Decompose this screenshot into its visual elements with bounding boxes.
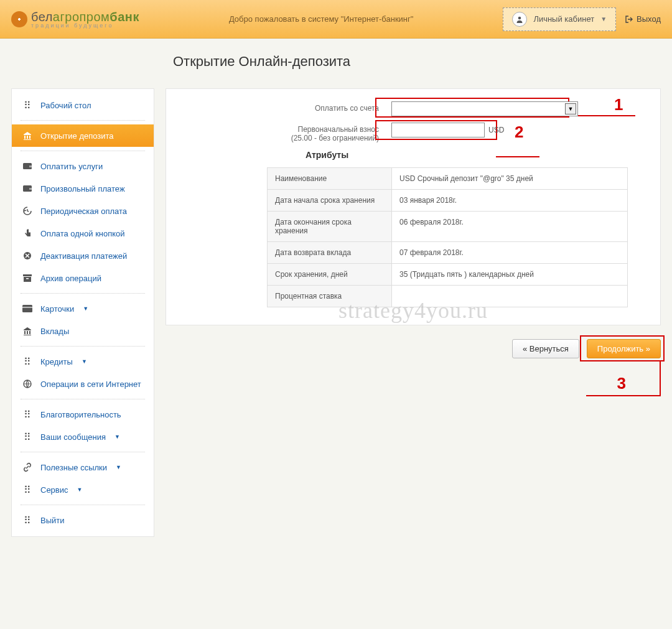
sidebar-item-label: Оплатить услуги xyxy=(40,162,103,171)
sidebar-item-2[interactable]: Оплатить услуги xyxy=(12,155,154,177)
chevron-down-icon: ▼ xyxy=(82,358,87,365)
attr-val: 07 февраля 2018г. xyxy=(392,242,628,264)
sidebar-item-label: Оплата одной кнопкой xyxy=(40,229,125,238)
attr-val: 35 (Тридцать пять ) календарных дней xyxy=(392,264,628,286)
sidebar-item-label: Произвольный платеж xyxy=(40,184,125,193)
attr-key: Наименование xyxy=(268,168,392,190)
sidebar-item-label: Архив операций xyxy=(40,274,101,283)
sidebar-item-5[interactable]: Оплата одной кнопкой xyxy=(12,222,154,245)
sidebar-item-7[interactable]: Архив операций xyxy=(12,267,154,289)
sidebar-item-3[interactable]: Произвольный платеж xyxy=(12,177,154,200)
attr-key: Дата окончания срока хранения xyxy=(268,212,392,242)
back-button[interactable]: « Вернуться xyxy=(512,339,579,358)
grid-icon xyxy=(22,431,33,442)
sidebar-item-1[interactable]: Открытие депозита xyxy=(12,124,154,147)
sidebar-item-15[interactable]: Сервис▼ xyxy=(12,478,154,501)
logo-icon xyxy=(11,11,27,27)
sidebar-item-label: Выйти xyxy=(40,516,65,525)
page-title: Открытие Онлайн-депозита xyxy=(0,39,672,75)
form-panel: 1 2 Оплатить со счета ▼ Первоначальный в… xyxy=(166,88,661,325)
table-row: Дата возврата вклада07 февраля 2018г. xyxy=(268,242,628,264)
sidebar-item-4[interactable]: Периодическая оплата xyxy=(12,200,154,222)
chevron-down-icon: ▼ xyxy=(565,103,576,114)
sidebar-item-label: Открытие депозита xyxy=(40,131,114,141)
callout-1: 1 xyxy=(614,95,623,114)
sidebar-item-label: Периодическая оплата xyxy=(40,207,127,216)
svg-rect-6 xyxy=(23,274,32,276)
sidebar-item-0[interactable]: Рабочий стол xyxy=(12,94,154,116)
sidebar-item-12[interactable]: Благотворительность xyxy=(12,403,154,426)
attr-val: 06 февраля 2018г. xyxy=(392,212,628,242)
table-row: Процентная ставка xyxy=(268,286,628,307)
cancel-icon xyxy=(22,250,33,261)
table-row: Срок хранения, дней35 (Тридцать пять ) к… xyxy=(268,264,628,286)
hand-icon xyxy=(22,228,33,239)
callout-3: 3 xyxy=(617,374,626,393)
sidebar-item-16[interactable]: Выйти xyxy=(12,509,154,531)
grid-icon xyxy=(22,409,33,420)
pay-from-select[interactable]: ▼ xyxy=(391,101,578,116)
svg-rect-9 xyxy=(22,305,32,312)
pay-from-label: Оплатить со счета xyxy=(267,101,391,113)
initial-deposit-label: Первоначальный взнос (25.00 - без ограни… xyxy=(267,123,391,142)
sidebar: Рабочий столОткрытие депозитаОплатить ус… xyxy=(11,88,154,537)
link-icon xyxy=(22,462,33,473)
bank-icon xyxy=(22,130,33,141)
sidebar-item-9[interactable]: Вклады xyxy=(12,320,154,342)
attributes-title: Атрибуты xyxy=(306,150,645,160)
globe-icon xyxy=(22,378,33,389)
chevron-down-icon: ▼ xyxy=(83,305,88,312)
svg-rect-7 xyxy=(24,277,31,282)
exit-icon xyxy=(625,15,633,24)
table-row: Дата начала срока хранения03 января 2018… xyxy=(268,190,628,212)
sidebar-item-label: Полезные ссылки xyxy=(40,463,107,472)
sidebar-item-10[interactable]: Кредиты▼ xyxy=(12,350,154,373)
grid-icon xyxy=(22,484,33,495)
callout-2: 2 xyxy=(515,123,523,142)
sidebar-item-label: Благотворительность xyxy=(40,410,121,419)
attributes-table: НаименованиеUSD Срочный депозит "@gro" 3… xyxy=(267,167,628,307)
exit-button[interactable]: Выход xyxy=(625,14,661,24)
attr-val: USD Срочный депозит "@gro" 35 дней xyxy=(392,168,628,190)
sidebar-item-label: Деактивация платежей xyxy=(40,251,127,261)
sidebar-item-11[interactable]: Операции в сети Интернет xyxy=(12,373,154,395)
wallet-icon xyxy=(22,183,33,194)
grid-icon xyxy=(22,100,33,111)
actions-bar: 3 « Вернуться Продолжить » xyxy=(166,339,661,358)
bank-icon xyxy=(22,325,33,337)
svg-rect-8 xyxy=(26,278,29,279)
chevron-down-icon: ▼ xyxy=(114,434,120,440)
sidebar-item-13[interactable]: Ваши сообщения▼ xyxy=(12,426,154,448)
sidebar-item-8[interactable]: Карточки▼ xyxy=(12,297,154,320)
attr-val xyxy=(392,286,628,307)
currency-label: USD xyxy=(488,126,504,134)
sidebar-item-6[interactable]: Деактивация платежей xyxy=(12,245,154,267)
sidebar-item-label: Карточки xyxy=(40,304,74,314)
table-row: НаименованиеUSD Срочный депозит "@gro" 3… xyxy=(268,168,628,190)
user-icon xyxy=(512,12,527,27)
sidebar-item-label: Рабочий стол xyxy=(40,101,91,110)
svg-point-0 xyxy=(518,16,521,19)
sidebar-item-label: Вклады xyxy=(40,327,69,336)
sidebar-item-label: Ваши сообщения xyxy=(40,432,106,442)
grid-icon xyxy=(22,515,33,526)
continue-button[interactable]: Продолжить » xyxy=(587,339,661,358)
attr-key: Срок хранения, дней xyxy=(268,264,392,286)
welcome-text: Добро пожаловать в систему "Интернет-бан… xyxy=(139,14,503,24)
wallet-icon xyxy=(22,161,33,172)
grid-icon xyxy=(22,356,33,367)
archive-icon xyxy=(22,273,33,284)
svg-rect-4 xyxy=(29,188,32,190)
initial-deposit-input[interactable] xyxy=(391,123,485,137)
attr-val: 03 января 2018г. xyxy=(392,190,628,212)
sidebar-item-label: Кредиты xyxy=(40,357,73,366)
svg-rect-10 xyxy=(22,307,32,308)
history-icon xyxy=(22,205,33,217)
chevron-down-icon: ▼ xyxy=(77,487,83,493)
sidebar-item-14[interactable]: Полезные ссылки▼ xyxy=(12,456,154,478)
card-icon xyxy=(22,303,33,314)
account-dropdown[interactable]: Личный кабинет ▼ xyxy=(503,7,616,31)
attr-key: Процентная ставка xyxy=(268,286,392,307)
table-row: Дата окончания срока хранения06 февраля … xyxy=(268,212,628,242)
chevron-down-icon: ▼ xyxy=(600,16,607,22)
